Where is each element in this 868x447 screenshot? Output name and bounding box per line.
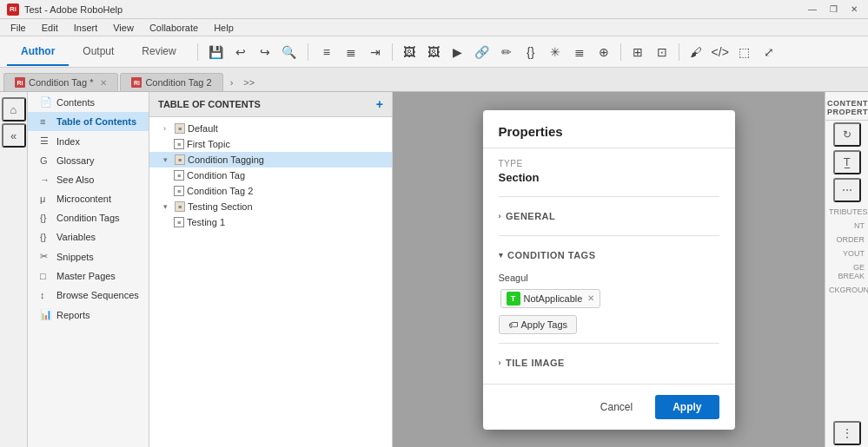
tab-output[interactable]: Output (69, 38, 128, 66)
pen-icon[interactable]: ✏ (495, 41, 518, 63)
nav-home-icon[interactable]: ⌂ (2, 97, 26, 122)
toc-panel-title: TABLE OF CONTENTS (158, 99, 261, 109)
menu-file[interactable]: File (3, 21, 33, 35)
brush-icon[interactable]: 🖌 (685, 41, 707, 63)
undo-icon[interactable]: ↩ (229, 41, 252, 63)
sidebar-item-conditiontags[interactable]: {} Condition Tags (28, 208, 149, 227)
asterisk-icon[interactable]: ✳ (544, 41, 567, 63)
expand-icon[interactable]: ⤢ (758, 41, 780, 63)
right-panel-type-icon[interactable]: T̲ (833, 150, 861, 174)
sidebar-item-snippets-label: Snippets (56, 252, 94, 262)
redo-icon[interactable]: ↪ (254, 41, 276, 63)
apply-tags-button[interactable]: 🏷 Apply Tags (499, 315, 578, 334)
type-section: TYPE Section (499, 159, 719, 184)
sidebar-item-glossary[interactable]: G Glossary (28, 151, 149, 170)
toc-item-condition-tag-2[interactable]: ≡ Condition Tag 2 (149, 183, 392, 199)
border-label: ORDER (825, 232, 868, 246)
doc-tab-icon-2: Ri (131, 77, 142, 88)
table2-icon[interactable]: ⊡ (651, 41, 673, 63)
folder-icon: ≡ (175, 123, 185, 134)
toc-item-condition-tag[interactable]: ≡ Condition Tag (149, 168, 392, 183)
menu-help[interactable]: Help (207, 21, 241, 35)
toc-item-condition-tagging[interactable]: ▾ ≡ Condition Tagging (149, 152, 392, 168)
doc-tab-icon-1: Ri (15, 77, 25, 88)
app-icon: Ri (7, 3, 19, 16)
general-section-header[interactable]: › GENERAL (499, 206, 719, 227)
image-icon[interactable]: 🖼 (398, 41, 421, 63)
doc-tab-label-1: Condition Tag * (29, 77, 93, 88)
condition-tags-section-header[interactable]: ▾ CONDITION TAGS (499, 245, 719, 266)
right-panel-collapse-icon[interactable]: ⋮ (833, 421, 861, 445)
sidebar-item-toc[interactable]: ≡ Table of Contents (28, 112, 149, 131)
tab-more-btn[interactable]: >> (238, 74, 260, 91)
toc-item-first-topic[interactable]: ≡ First Topic (149, 136, 392, 152)
condition-tag-group: Seagul T NotApplicable ✕ 🏷 Apply Ta (499, 273, 719, 334)
toc-item-testing-section[interactable]: ▾ ≡ Testing Section (149, 199, 392, 214)
menu-insert[interactable]: Insert (67, 21, 105, 35)
toc-item-default[interactable]: › ≡ Default (149, 121, 392, 136)
condition-tag-group-label: Seagul (499, 273, 719, 283)
list-ordered-icon[interactable]: ≣ (340, 41, 362, 63)
tag-chip-close-icon[interactable]: ✕ (587, 293, 594, 303)
doc-tab-close-1[interactable]: ✕ (100, 78, 107, 88)
list-indent-icon[interactable]: ⇥ (364, 41, 387, 63)
variables-icon: {} (40, 232, 52, 242)
sidebar-item-microcontent[interactable]: μ Microcontent (28, 189, 149, 208)
doc-tab-condition-tag-1[interactable]: Ri Condition Tag * ✕ (3, 73, 118, 91)
image2-icon[interactable]: 🖼 (422, 41, 445, 63)
app-title: Test - Adobe RoboHelp (24, 4, 123, 15)
close-button[interactable]: ✕ (847, 3, 861, 16)
divider-2 (499, 235, 719, 236)
table-icon[interactable]: ⊞ (626, 41, 649, 63)
font-label: NT (825, 218, 868, 232)
content-area: Properties TYPE Section › GENERAL (393, 92, 825, 447)
apply-button[interactable]: Apply (655, 395, 719, 419)
tab-author[interactable]: Author (7, 38, 69, 66)
right-panel-refresh-icon[interactable]: ↻ (833, 122, 861, 147)
toolbar: Author Output Review 💾 ↩ ↪ 🔍 ≡ ≣ ⇥ 🖼 🖼 ▶… (0, 36, 868, 68)
frame-icon[interactable]: ⬚ (733, 41, 756, 63)
nav-collapse-icon[interactable]: « (2, 123, 26, 148)
menu-collaborate[interactable]: Collaborate (142, 21, 205, 35)
sidebar-item-reports[interactable]: 📊 Reports (28, 305, 149, 325)
text-icon[interactable]: ≣ (568, 41, 591, 63)
zoom-icon[interactable]: 🔍 (278, 41, 301, 63)
link-icon[interactable]: 🔗 (471, 41, 494, 63)
plus-icon[interactable]: ⊕ (593, 41, 615, 63)
tab-chevron-left[interactable]: › (225, 74, 239, 91)
tab-review[interactable]: Review (128, 38, 189, 66)
right-panel-more-icon[interactable]: ⋯ (833, 178, 861, 202)
chevron-right-general-icon: › (499, 212, 502, 220)
sidebar-item-contents[interactable]: 📄 Contents (28, 92, 149, 112)
code2-icon[interactable]: </> (709, 41, 732, 63)
tile-image-section-header[interactable]: › TILE IMAGE (499, 352, 719, 373)
divider-3 (499, 343, 719, 344)
code-icon[interactable]: {} (520, 41, 542, 63)
doc-tab-condition-tag-2[interactable]: Ri Condition Tag 2 (120, 73, 222, 91)
sidebar-item-seealso[interactable]: → See Also (28, 170, 149, 189)
sidebar-item-snippets[interactable]: ✂ Snippets (28, 247, 149, 266)
video-icon[interactable]: ▶ (447, 41, 469, 63)
toc-add-button[interactable]: + (376, 97, 383, 111)
tag-chip-not-applicable: T NotApplicable ✕ (500, 289, 601, 308)
restore-button[interactable]: ❒ (826, 3, 840, 16)
toc-panel: TABLE OF CONTENTS + › ≡ Default ≡ First … (149, 92, 393, 447)
list-unordered-icon[interactable]: ≡ (315, 41, 338, 63)
toc-item-testing-1[interactable]: ≡ Testing 1 (149, 214, 392, 230)
sidebar-item-microcontent-label: Microcontent (56, 194, 111, 204)
conditiontags-icon: {} (40, 213, 52, 223)
sidebar-item-masterpages[interactable]: □ Master Pages (28, 266, 149, 286)
type-value: Section (499, 171, 719, 184)
minimize-button[interactable]: — (805, 3, 819, 16)
sidebar-item-browsesequences[interactable]: ↕ Browse Sequences (28, 286, 149, 305)
sidebar-item-index[interactable]: ☰ Index (28, 131, 149, 151)
menu-view[interactable]: View (106, 21, 141, 35)
toc-item-default-label: Default (188, 123, 218, 134)
toc-item-testing-section-label: Testing Section (188, 201, 253, 212)
modal-body: TYPE Section › GENERAL ▾ CONDITION TAGS (483, 148, 735, 384)
menu-edit[interactable]: Edit (35, 21, 65, 35)
modal-overlay: Properties TYPE Section › GENERAL (393, 92, 825, 447)
cancel-button[interactable]: Cancel (586, 395, 646, 419)
save-icon[interactable]: 💾 (205, 41, 228, 63)
sidebar-item-variables[interactable]: {} Variables (28, 227, 149, 247)
